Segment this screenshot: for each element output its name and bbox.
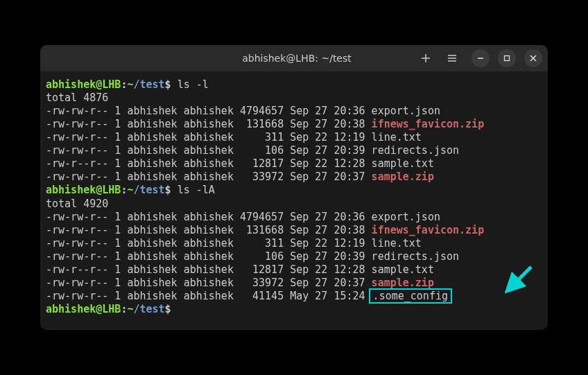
total-line: total 4920 xyxy=(46,198,542,211)
file-row: -rw-r--r-- 1 abhishek abhishek 12817 Sep… xyxy=(46,263,542,277)
file-name: line.txt xyxy=(372,237,422,250)
svg-rect-0 xyxy=(505,56,510,61)
file-name: export.json xyxy=(372,211,440,223)
window-title: abhishek@LHB: ~/test xyxy=(242,53,352,64)
prompt-user: abhishek@LHB xyxy=(46,303,121,315)
file-row: -rw-rw-r-- 1 abhishek abhishek 33972 Sep… xyxy=(46,277,542,290)
titlebar: abhishek@LHB: ~/test xyxy=(40,45,548,71)
minimize-button[interactable] xyxy=(472,49,490,67)
file-name-highlighted: .some_config xyxy=(369,288,452,304)
file-name: line.txt xyxy=(372,131,422,143)
prompt-user: abhishek@LHB xyxy=(46,78,121,91)
prompt-line: abhishek@LHB:~/test$ ls -l xyxy=(46,78,542,91)
prompt-line: abhishek@LHB:~/test$ xyxy=(46,303,542,316)
total-line: total 4876 xyxy=(46,91,542,105)
command-text: ls -lA xyxy=(171,184,215,196)
file-row: -rw-rw-r-- 1 abhishek abhishek 106 Sep 2… xyxy=(46,250,542,263)
command-text: ls -l xyxy=(171,78,209,91)
file-name: sample.txt xyxy=(372,157,434,170)
terminal-window: abhishek@LHB: ~/test xyxy=(40,45,548,330)
file-name: sample.txt xyxy=(372,263,434,276)
file-row: -rw-rw-r-- 1 abhishek abhishek 311 Sep 2… xyxy=(46,237,542,250)
file-name: ifnews_favicon.zip xyxy=(372,224,485,236)
file-row: -rw-rw-r-- 1 abhishek abhishek 311 Sep 2… xyxy=(46,131,542,144)
file-name: redirects.json xyxy=(372,144,459,157)
file-row: -rw-rw-r-- 1 abhishek abhishek 33972 Sep… xyxy=(46,171,542,184)
annotation-arrow-icon xyxy=(505,264,534,297)
hamburger-menu-button[interactable] xyxy=(441,49,463,68)
file-name: sample.zip xyxy=(372,171,434,183)
maximize-button[interactable] xyxy=(498,49,516,67)
new-tab-button[interactable] xyxy=(415,49,437,68)
file-row: -rw-rw-r-- 1 abhishek abhishek 131668 Se… xyxy=(46,118,542,131)
file-row: -rw-rw-r-- 1 abhishek abhishek 4794657 S… xyxy=(46,211,542,224)
file-name: sample.zip xyxy=(372,277,434,289)
file-name: export.json xyxy=(372,105,440,117)
file-row: -rw-r--r-- 1 abhishek abhishek 12817 Sep… xyxy=(46,157,542,171)
file-row: -rw-rw-r-- 1 abhishek abhishek 41145 May… xyxy=(46,290,542,303)
file-row: -rw-rw-r-- 1 abhishek abhishek 131668 Se… xyxy=(46,224,542,237)
file-name: ifnews_favicon.zip xyxy=(372,118,485,130)
prompt-user: abhishek@LHB xyxy=(46,184,121,196)
close-button[interactable] xyxy=(524,49,542,67)
file-row: -rw-rw-r-- 1 abhishek abhishek 4794657 S… xyxy=(46,105,542,118)
terminal-body[interactable]: abhishek@LHB:~/test$ ls -l total 4876 -r… xyxy=(40,71,548,330)
svg-line-1 xyxy=(512,267,531,286)
file-name: redirects.json xyxy=(372,250,459,263)
prompt-line: abhishek@LHB:~/test$ ls -lA xyxy=(46,184,542,197)
file-row: -rw-rw-r-- 1 abhishek abhishek 106 Sep 2… xyxy=(46,144,542,157)
